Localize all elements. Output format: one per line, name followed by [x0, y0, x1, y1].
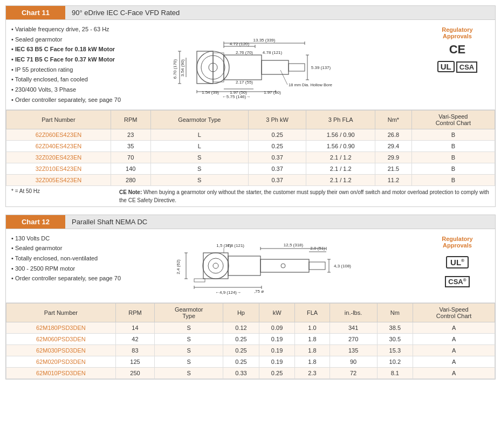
bullet-1: Variable frequency drive, 25 - 63 Hz [11, 24, 130, 35]
col-hp-12: Hp [223, 303, 259, 322]
page-wrapper: Chart 11 90° eDrive IEC C-Face VFD Rated… [0, 0, 501, 392]
svg-text:4.8 (121): 4.8 (121) [227, 243, 244, 248]
col-3ph-kw-11: 3 Ph kW [248, 110, 306, 129]
chart-11-header: Chart 11 90° eDrive IEC C-Face VFD Rated [6, 6, 495, 20]
col-part-number-12: Part Number [6, 303, 116, 322]
svg-text:18 mm Dia. Hollow Bore: 18 mm Dia. Hollow Bore [289, 82, 332, 87]
svg-rect-42 [203, 253, 228, 279]
svg-text:5.39 (137): 5.39 (137) [311, 65, 331, 70]
footnote-right-11: CE Note: When buying a gearmotor only wi… [119, 188, 490, 204]
svg-text:4,3 (108): 4,3 (108) [333, 264, 351, 268]
chart-12-subtitle: Parallel Shaft NEMA DC [65, 215, 154, 229]
svg-point-40 [208, 258, 223, 273]
svg-text:1.97 (50): 1.97 (50) [263, 90, 280, 95]
svg-rect-7 [213, 53, 224, 82]
table-row: 32Z005ES423EN280S0.372.1 / 1.211.2B [6, 174, 495, 185]
approvals-title-11: Regulatory Approvals [427, 26, 488, 39]
chart-11-footer: * = At 50 Hz CE Note: When buying a gear… [6, 186, 495, 206]
svg-text:2.17 (55): 2.17 (55) [235, 80, 252, 85]
ce-note-icon-11: CE [119, 189, 127, 195]
chart-12-info: 130 Volts DC Sealed gearmotor Totally en… [6, 229, 495, 303]
bullet-7: 230/400 Volts, 3 Phase [11, 85, 130, 95]
svg-point-39 [203, 253, 229, 279]
col-gearmotor-type-12: GearmotorType [155, 303, 223, 322]
chart-11-subtitle: 90° eDrive IEC C-Face VFD Rated [65, 6, 186, 19]
bullet-6: Totally enclosed, fan cooled [11, 74, 130, 85]
csa-mark-12: CSA® [445, 276, 469, 287]
svg-text:←4,9 (124)→: ←4,9 (124)→ [215, 290, 241, 295]
col-fla-12: FLA [295, 303, 330, 322]
diagram-11-svg: 13.35 (339) 4.72 (120) 6.70 (170) 3.54 (… [164, 27, 391, 102]
col-kw-12: kW [259, 303, 295, 322]
chart-11-title: Chart 11 [6, 6, 65, 19]
svg-text:4.78 (121): 4.78 (121) [262, 50, 282, 55]
svg-rect-45 [309, 262, 325, 270]
col-part-number-11: Part Number [6, 110, 111, 129]
svg-rect-5 [262, 60, 289, 74]
footnote-left-11: * = At 50 Hz [11, 188, 119, 194]
chart-12-bullets: 130 Volts DC Sealed gearmotor Totally en… [11, 233, 130, 298]
svg-text:2,0 (51): 2,0 (51) [310, 246, 325, 251]
note-label-11: Note: [128, 189, 143, 195]
svg-rect-43 [228, 256, 260, 275]
bullet-12-1: 130 Volts DC [11, 233, 130, 244]
chart-11-table: Part Number RPM Gearmotor Type 3 Ph kW 3… [6, 110, 495, 186]
chart-12-section: Chart 12 Parallel Shaft NEMA DC 130 Volt… [5, 215, 496, 380]
col-varispeed-12: Vari-SpeedControl Chart [413, 303, 495, 322]
table-row: 62M030PSD3DEN83S0.250.191.813515.3A [6, 344, 495, 356]
table-row: 62Z040ES423EN35L0.251.56 / 0.9029.4B [6, 140, 495, 151]
chart-11-approvals: Regulatory Approvals CE UL CSA [425, 24, 490, 105]
table-row: 32Z010ES423EN140S0.372.1 / 1.221.5B [6, 163, 495, 174]
chart-11-info: Variable frequency drive, 25 - 63 Hz Sea… [6, 20, 495, 110]
svg-rect-3 [197, 51, 213, 84]
svg-text:4.72 (120): 4.72 (120) [229, 42, 249, 46]
table-row: 62M010PSD3DEN250S0.330.252.3728.1A [6, 367, 495, 378]
bullet-3: IEC 63 B5 C Face for 0.18 kW Motor [11, 44, 130, 54]
col-nm-12: Nm [377, 303, 413, 322]
svg-text:3.54 (90): 3.54 (90) [180, 59, 185, 76]
svg-line-38 [280, 70, 287, 85]
chart-12-approvals: Regulatory Approvals UL® CSA® [425, 233, 490, 298]
ce-mark-11: CE [427, 43, 488, 57]
chart-11-section: Chart 11 90° eDrive IEC C-Face VFD Rated… [5, 5, 496, 207]
svg-text:6.70 (170): 6.70 (170) [173, 59, 177, 79]
svg-text:2.76 (70): 2.76 (70) [235, 50, 252, 55]
table-row: 62Z060ES423EN23L0.251.56 / 0.9026.8B [6, 129, 495, 140]
col-3ph-fla-11: 3 Ph FLA [306, 110, 375, 129]
bullet-12-2: Sealed gearmotor [11, 243, 130, 253]
svg-text:12,5 (318): 12,5 (318) [283, 243, 303, 247]
table-row: 32Z020ES423EN70S0.372.1 / 1.229.9B [6, 151, 495, 163]
ul-mark-11: UL [437, 61, 455, 72]
svg-rect-47 [194, 279, 205, 282]
chart-11-diagram: 13.35 (339) 4.72 (120) 6.70 (170) 3.54 (… [130, 24, 425, 105]
bullet-12-5: Order controller separately, see page 70 [11, 273, 130, 284]
bullet-8: Order controller separately, see page 70 [11, 95, 130, 105]
svg-point-41 [213, 263, 218, 268]
col-varispeeed-11: Vari-SpeedControl Chart [411, 110, 495, 129]
svg-text:1.54 (39): 1.54 (39) [201, 90, 218, 95]
col-rpm-11: RPM [111, 110, 150, 129]
chart-11-bullets: Variable frequency drive, 25 - 63 Hz Sea… [11, 24, 130, 105]
table-row: 62M020PSD3DEN125S0.250.191.89010.2A [6, 356, 495, 367]
svg-rect-44 [260, 259, 309, 272]
bullet-12-4: 300 - 2500 RPM motor [11, 264, 130, 274]
svg-text:2,4 (62): 2,4 (62) [176, 259, 181, 274]
table-row: 62M180PSD3DEN14S0.120.091.034138.5A [6, 322, 495, 333]
bullet-5: IP 55 protection rating [11, 65, 130, 75]
svg-text:,75 ø: ,75 ø [253, 289, 263, 294]
svg-text:←5.75 (146)→: ←5.75 (146)→ [222, 94, 250, 99]
col-inlbs-12: in.-lbs. [330, 303, 377, 322]
diagram-12-svg: 12,5 (318) 2,0 (51) 1,5 (37) 4.8 (121) ,… [175, 233, 380, 298]
chart-12-title: Chart 12 [6, 215, 65, 229]
svg-point-46 [281, 264, 285, 268]
col-nm-11: Nm* [375, 110, 412, 129]
col-gearmotor-type-11: Gearmotor Type [150, 110, 248, 129]
chart-12-header: Chart 12 Parallel Shaft NEMA DC [6, 215, 495, 229]
bullet-4: IEC 71 B5 C Face for 0.37 kW Motor [11, 54, 130, 65]
svg-text:13.35 (339): 13.35 (339) [253, 38, 275, 43]
svg-rect-6 [289, 64, 305, 71]
chart-12-table: Part Number RPM GearmotorType Hp kW FLA … [6, 303, 495, 379]
table-row: 62M060PSD3DEN42S0.250.191.827030.5A [6, 333, 495, 344]
bullet-12-3: Totally enclosed, non-ventilated [11, 253, 130, 264]
ul-mark-12: UL® [446, 256, 469, 268]
